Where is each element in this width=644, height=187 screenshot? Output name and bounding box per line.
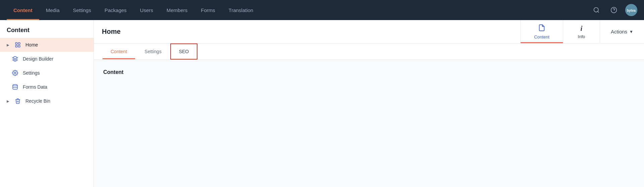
svg-text:bytea: bytea bbox=[627, 9, 636, 12]
sub-tab-seo[interactable]: SEO bbox=[170, 43, 198, 60]
page-header-tabs: Content i Info Actions ▼ bbox=[521, 20, 644, 43]
svg-rect-5 bbox=[15, 42, 17, 44]
nav-item-media[interactable]: Media bbox=[39, 0, 66, 20]
page-header: Content i Info Actions ▼ bbox=[94, 20, 644, 43]
nav-item-translation[interactable]: Translation bbox=[222, 0, 260, 20]
nav-right-actions: bytea bbox=[590, 4, 637, 16]
svg-point-10 bbox=[13, 85, 17, 86]
home-icon bbox=[14, 41, 21, 49]
sub-tabs-bar: Content Settings SEO bbox=[94, 43, 644, 60]
svg-point-0 bbox=[594, 8, 598, 12]
sidebar-item-design-builder-label: Design Builder bbox=[23, 56, 53, 62]
nav-item-users[interactable]: Users bbox=[133, 0, 160, 20]
header-tab-info-label: Info bbox=[578, 34, 585, 39]
settings-icon bbox=[11, 69, 19, 77]
info-tab-icon: i bbox=[580, 24, 582, 33]
sidebar-item-forms-data[interactable]: Forms Data bbox=[0, 80, 94, 94]
recycle-bin-icon bbox=[14, 97, 21, 105]
sidebar-item-recycle-bin[interactable]: ▶ Recycle Bin bbox=[0, 94, 94, 108]
sidebar-item-home[interactable]: ▶ Home bbox=[0, 38, 94, 52]
top-navigation: Content Media Settings Packages Users Me… bbox=[0, 0, 644, 20]
svg-rect-8 bbox=[18, 45, 20, 47]
header-tab-info[interactable]: i Info bbox=[563, 20, 600, 43]
sidebar-item-settings[interactable]: Settings bbox=[0, 66, 94, 80]
nav-item-forms[interactable]: Forms bbox=[194, 0, 222, 20]
header-tab-content[interactable]: Content bbox=[521, 20, 563, 43]
search-button[interactable] bbox=[590, 4, 602, 16]
content-area: Content i Info Actions ▼ Content Setting… bbox=[94, 20, 644, 187]
content-section-title: Content bbox=[103, 69, 635, 75]
svg-rect-7 bbox=[15, 45, 17, 47]
sub-tab-content[interactable]: Content bbox=[102, 43, 136, 60]
content-body: Content bbox=[94, 60, 644, 187]
sub-tab-settings[interactable]: Settings bbox=[136, 43, 170, 60]
sidebar: Content ▶ Home Design Builder bbox=[0, 20, 94, 187]
page-title-section bbox=[94, 20, 521, 43]
header-tab-content-label: Content bbox=[534, 34, 549, 39]
recycle-arrow-icon: ▶ bbox=[7, 99, 9, 103]
nav-item-settings[interactable]: Settings bbox=[66, 0, 98, 20]
sidebar-title: Content bbox=[0, 20, 94, 38]
sidebar-item-home-label: Home bbox=[25, 42, 38, 48]
forms-data-icon bbox=[11, 83, 19, 91]
main-layout: Content ▶ Home Design Builder bbox=[0, 20, 644, 187]
sidebar-item-forms-data-label: Forms Data bbox=[23, 84, 47, 90]
help-button[interactable] bbox=[608, 4, 620, 16]
actions-label: Actions bbox=[611, 29, 627, 34]
nav-items: Content Media Settings Packages Users Me… bbox=[7, 0, 590, 20]
sidebar-item-settings-label: Settings bbox=[23, 70, 40, 76]
home-arrow-icon: ▶ bbox=[7, 43, 9, 47]
page-title-input[interactable] bbox=[102, 28, 512, 35]
svg-rect-6 bbox=[18, 42, 20, 44]
content-tab-icon bbox=[538, 24, 545, 33]
design-builder-icon bbox=[11, 55, 19, 63]
sidebar-item-recycle-bin-label: Recycle Bin bbox=[25, 98, 50, 104]
sidebar-item-design-builder[interactable]: Design Builder bbox=[0, 52, 94, 66]
actions-chevron-icon: ▼ bbox=[629, 29, 633, 34]
actions-dropdown[interactable]: Actions ▼ bbox=[600, 20, 644, 43]
nav-item-members[interactable]: Members bbox=[160, 0, 194, 20]
nav-item-content[interactable]: Content bbox=[7, 0, 39, 20]
nav-item-packages[interactable]: Packages bbox=[98, 0, 133, 20]
svg-point-9 bbox=[14, 72, 16, 74]
user-avatar[interactable]: bytea bbox=[625, 4, 637, 16]
